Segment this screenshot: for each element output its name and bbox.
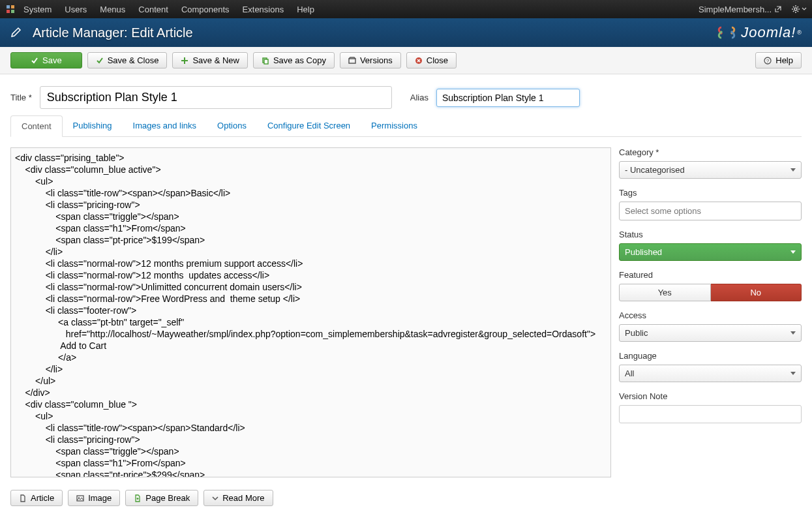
featured-no[interactable]: No <box>711 284 802 301</box>
page-break-button[interactable]: Page Break <box>125 490 198 506</box>
chevron-down-icon <box>790 331 796 335</box>
action-toolbar: Save Save & Close Save & New Save as Cop… <box>0 47 812 74</box>
featured-yes[interactable]: Yes <box>619 284 711 301</box>
chevron-down-icon <box>212 495 218 502</box>
sidebar-details: Category * - Uncategorised Tags Select s… <box>619 147 802 479</box>
tab-bar: Content Publishing Images and links Opti… <box>10 115 802 137</box>
joomla-logo: Joomla! ® <box>715 22 802 43</box>
tags-input[interactable]: Select some options <box>619 202 802 220</box>
title-label: Title * <box>10 93 32 102</box>
picture-icon <box>76 494 84 502</box>
tab-options[interactable]: Options <box>207 115 257 136</box>
page-title: Article Manager: Edit Article <box>33 25 193 40</box>
page-add-icon <box>134 494 142 502</box>
svg-rect-6 <box>264 59 268 64</box>
svg-rect-1 <box>11 5 14 8</box>
alias-label: Alias <box>410 93 429 102</box>
tab-content[interactable]: Content <box>10 115 63 137</box>
article-button[interactable]: Article <box>10 490 63 506</box>
save-new-button[interactable]: Save & New <box>172 52 248 68</box>
settings-menu[interactable] <box>791 5 807 14</box>
access-select[interactable]: Public <box>619 324 802 342</box>
admin-top-bar: System Users Menus Content Components Ex… <box>0 0 812 18</box>
svg-point-4 <box>794 8 797 10</box>
save-button[interactable]: Save <box>10 52 82 68</box>
help-button[interactable]: ? Help <box>755 52 802 68</box>
svg-rect-11 <box>77 496 83 501</box>
read-more-button[interactable]: Read More <box>203 490 273 506</box>
language-label: Language <box>619 351 802 361</box>
menu-content[interactable]: Content <box>138 5 168 14</box>
svg-rect-0 <box>7 5 10 8</box>
archive-icon <box>348 57 356 65</box>
joomla-icon <box>5 4 16 14</box>
question-icon: ? <box>764 57 772 65</box>
copy-icon <box>262 57 269 65</box>
menu-menus[interactable]: Menus <box>100 5 125 14</box>
chevron-down-icon <box>790 372 796 375</box>
article-editor[interactable] <box>10 147 611 477</box>
chevron-down-icon <box>790 250 796 254</box>
pencil-icon <box>10 26 23 39</box>
tab-images-links[interactable]: Images and links <box>123 115 207 136</box>
menu-system[interactable]: System <box>23 5 52 14</box>
alias-input[interactable] <box>436 89 580 107</box>
site-name-link[interactable]: SimpleMembersh... <box>699 5 782 14</box>
main-content: Category * - Uncategorised Tags Select s… <box>0 137 812 490</box>
versions-button[interactable]: Versions <box>340 52 401 68</box>
featured-toggle: Yes No <box>619 284 802 301</box>
version-note-input[interactable] <box>619 405 802 423</box>
category-select[interactable]: - Uncategorised <box>619 161 802 179</box>
cancel-icon <box>415 57 423 65</box>
chevron-down-icon <box>790 168 796 172</box>
tab-publishing[interactable]: Publishing <box>63 115 123 136</box>
file-icon <box>19 494 27 502</box>
menu-users[interactable]: Users <box>65 5 87 14</box>
image-button[interactable]: Image <box>68 490 120 506</box>
close-button[interactable]: Close <box>406 52 457 68</box>
category-label: Category * <box>619 147 802 157</box>
svg-text:?: ? <box>766 58 770 64</box>
check-icon <box>96 57 104 65</box>
page-header: Article Manager: Edit Article Joomla! ® <box>0 18 812 47</box>
status-label: Status <box>619 230 802 239</box>
plus-icon <box>181 57 188 65</box>
menu-help[interactable]: Help <box>297 5 314 14</box>
svg-rect-3 <box>11 10 14 13</box>
version-note-label: Version Note <box>619 391 802 401</box>
save-close-button[interactable]: Save & Close <box>87 52 168 68</box>
tab-configure-edit[interactable]: Configure Edit Screen <box>257 115 361 136</box>
menu-components[interactable]: Components <box>181 5 230 14</box>
title-input[interactable] <box>40 86 392 109</box>
language-select[interactable]: All <box>619 365 802 382</box>
svg-rect-7 <box>349 59 355 63</box>
save-copy-button[interactable]: Save as Copy <box>253 52 335 68</box>
title-form-row: Title * Alias <box>0 74 812 115</box>
tags-label: Tags <box>619 188 802 198</box>
tab-permissions[interactable]: Permissions <box>361 115 428 136</box>
menu-extensions[interactable]: Extensions <box>243 5 284 14</box>
access-label: Access <box>619 310 802 320</box>
apply-icon <box>31 57 38 65</box>
status-select[interactable]: Published <box>619 243 802 261</box>
featured-label: Featured <box>619 270 802 280</box>
svg-rect-2 <box>7 10 10 13</box>
editor-bottom-buttons: Article Image Page Break Read More <box>0 490 812 512</box>
